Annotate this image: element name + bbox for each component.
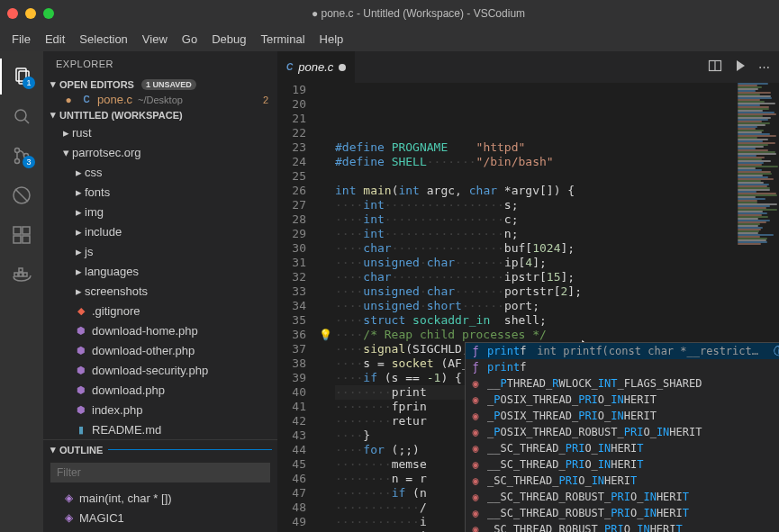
c-file-icon: C [286, 62, 293, 72]
activity-scm[interactable]: 3 [0, 138, 43, 174]
folder-label: include [85, 225, 122, 239]
tree-file[interactable]: ⬢index.php [43, 400, 277, 419]
outline-item[interactable]: ◈MAGIC1 [43, 508, 277, 527]
suggest-item[interactable]: ◉__SC_THREAD_ROBUST_PRIO_INHERIT [466, 489, 779, 505]
activity-search[interactable] [0, 98, 43, 134]
chevron-right-icon: ▸ [74, 166, 83, 179]
open-editor-name: pone.c [97, 93, 132, 106]
code-line[interactable]: ····int·················s; [335, 198, 734, 212]
lightbulb-icon[interactable]: 💡 [319, 328, 335, 342]
tree-folder[interactable]: ▸fonts [43, 182, 277, 202]
split-editor-icon[interactable] [708, 59, 722, 76]
folder-label: rust [72, 126, 92, 140]
svg-rect-16 [19, 268, 23, 272]
tree-folder-rust[interactable]: ▸ rust [43, 122, 277, 142]
chevron-down-icon: ▾ [49, 109, 58, 121]
tree-file[interactable]: ▮README.md [43, 419, 277, 439]
menu-terminal[interactable]: Terminal [254, 30, 311, 49]
svg-point-4 [15, 149, 20, 153]
suggest-item[interactable]: ◉_POSIX_THREAD_PRIO_INHERIT [466, 392, 779, 408]
menu-help[interactable]: Help [313, 30, 350, 49]
more-icon[interactable]: ⋯ [758, 60, 770, 74]
suggest-item[interactable]: ◉_POSIX_THREAD_ROBUST_PRIO_INHERIT [466, 424, 779, 440]
code-line[interactable]: ····unsigned·short······port; [335, 299, 734, 313]
outline-header[interactable]: ▾ OUTLINE [43, 439, 277, 457]
tree-folder[interactable]: ▸img [43, 202, 277, 221]
tree-folder[interactable]: ▸languages [43, 261, 277, 281]
code-line[interactable]: #define PROGNAME "httpd" [335, 140, 734, 155]
suggest-item[interactable]: ◉__PTHREAD_RWLOCK_INT_FLAGS_SHARED [466, 375, 779, 392]
activity-extensions[interactable] [0, 217, 43, 253]
folder-label: js [85, 245, 93, 258]
suggest-item[interactable]: ◉_POSIX_THREAD_PRIO_INHERIT [466, 408, 779, 424]
code-line[interactable]: #define SHELL·······"/bin/bash" [335, 155, 734, 169]
info-icon[interactable]: ⓘ [774, 344, 779, 358]
git-file-icon: ◆ [74, 305, 88, 317]
run-icon[interactable] [733, 59, 747, 76]
code-line[interactable] [335, 169, 734, 184]
tree-file[interactable]: ⬢download.php [43, 380, 277, 400]
activity-docker[interactable] [0, 257, 43, 293]
tree-file[interactable]: ⬢download-security.php [43, 360, 277, 380]
suggest-kind-icon: ◉ [469, 425, 482, 439]
menu-view[interactable]: View [136, 30, 174, 49]
c-file-icon: C [79, 95, 94, 104]
chevron-right-icon: ▸ [74, 205, 83, 219]
editor-area: C pone.c ⋯ 19202122232425262728293031323… [277, 51, 779, 532]
md-file-icon: ▮ [74, 424, 88, 436]
svg-line-8 [15, 189, 28, 202]
menu-file[interactable]: File [5, 30, 37, 49]
file-label: README.md [92, 423, 161, 437]
open-editor-item[interactable]: ● C pone.c ~/Desktop 2 [43, 92, 277, 107]
close-window[interactable] [7, 8, 18, 19]
suggest-widget[interactable]: ƒprintfint printf(const char *__restrict… [465, 342, 779, 532]
code-line[interactable]: ····unsigned·char·······portstr[2]; [335, 284, 734, 299]
code-line[interactable]: ····char················ipstr[15]; [335, 270, 734, 284]
zoom-window[interactable] [43, 8, 54, 19]
menu-edit[interactable]: Edit [39, 30, 71, 49]
suggest-label: _POSIX_THREAD_PRIO_INHERIT [487, 409, 657, 423]
menu-go[interactable]: Go [176, 30, 204, 49]
tree-folder[interactable]: ▸js [43, 241, 277, 261]
suggest-item[interactable]: ◉__SC_THREAD_PRIO_INHERIT [466, 440, 779, 456]
code-body[interactable]: ƒprintfint printf(const char *__restrict… [335, 83, 734, 532]
outline-item[interactable]: ◈main(int, char * []) [43, 488, 277, 508]
dirty-dot-icon: ● [61, 94, 76, 106]
suggest-kind-icon: ◉ [469, 506, 482, 520]
tree-folder[interactable]: ▸screenshots [43, 281, 277, 301]
tree-folder[interactable]: ▸css [43, 162, 277, 182]
minimize-window[interactable] [25, 8, 36, 19]
tree-folder[interactable]: ▸include [43, 221, 277, 241]
tree-folder-parrot[interactable]: ▾ parrotsec.org [43, 142, 277, 162]
folder-label: screenshots [85, 284, 148, 298]
suggest-kind-icon: ◉ [469, 376, 482, 391]
folder-label: fonts [85, 185, 110, 199]
suggest-item[interactable]: ◉_SC_THREAD_PRIO_INHERIT [466, 473, 779, 489]
suggest-item[interactable]: ◉__SC_THREAD_ROBUST_PRIO_INHERIT [466, 505, 779, 521]
code-line[interactable]: ····char················buf[1024]; [335, 241, 734, 256]
svg-rect-11 [14, 236, 21, 243]
tab-pone-c[interactable]: C pone.c [277, 51, 356, 83]
activity-explorer[interactable]: 1 [0, 59, 43, 95]
suggest-item[interactable]: ƒprintf [466, 359, 779, 375]
open-editors-header[interactable]: ▾ OPEN EDITORS 1 UNSAVED [43, 77, 277, 92]
menu-debug[interactable]: Debug [205, 30, 252, 49]
outline-filter-input[interactable] [50, 463, 270, 482]
code-line[interactable]: ····int·················c; [335, 212, 734, 227]
suggest-label: printf [487, 344, 526, 358]
suggest-item[interactable]: ◉__SC_THREAD_PRIO_INHERIT [466, 456, 779, 473]
code-editor[interactable]: 1920212223242526272829303132333435363738… [277, 83, 779, 532]
tree-file[interactable]: ⬢download-other.php [43, 340, 277, 360]
sidebar-title: EXPLORER [43, 51, 277, 77]
window-title: ● pone.c - Untitled (Workspace) - VSCodi… [65, 7, 772, 20]
code-line[interactable]: ····unsigned·char·······ip[4]; [335, 256, 734, 270]
workspace-header[interactable]: ▾ UNTITLED (WORKSPACE) [43, 107, 277, 122]
suggest-item[interactable]: ◉_SC_THREAD_ROBUST_PRIO_INHERIT [466, 521, 779, 532]
tree-file[interactable]: ⬢download-home.php [43, 320, 277, 340]
code-line[interactable]: int main(int argc, char *argv[]) { [335, 184, 734, 198]
suggest-item[interactable]: ƒprintfint printf(const char *__restrict… [466, 343, 779, 359]
menu-selection[interactable]: Selection [73, 30, 133, 49]
activity-debug[interactable] [0, 177, 43, 213]
tree-file[interactable]: ◆.gitignore [43, 301, 277, 320]
code-line[interactable]: ····int·················n; [335, 227, 734, 241]
